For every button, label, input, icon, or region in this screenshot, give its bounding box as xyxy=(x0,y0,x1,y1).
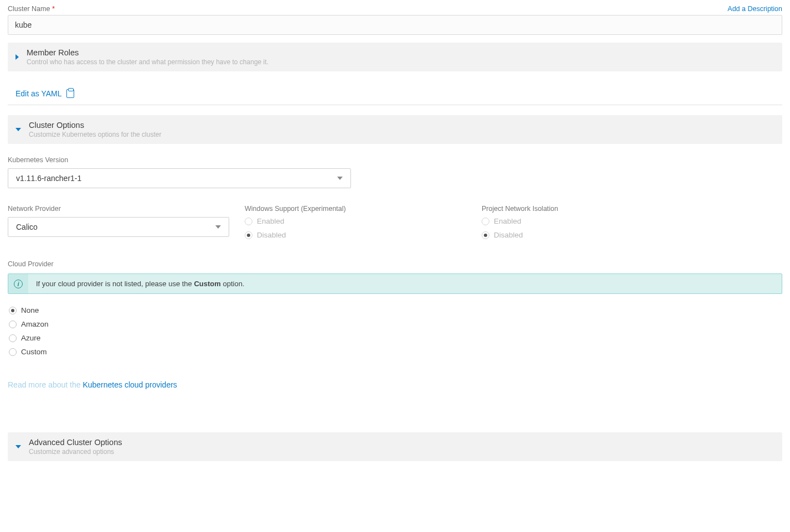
caret-down-icon xyxy=(16,128,21,131)
cloud-custom-radio[interactable]: Custom xyxy=(9,348,782,356)
cloud-azure-radio[interactable]: Azure xyxy=(9,334,782,342)
windows-enabled-label: Enabled xyxy=(257,217,285,225)
required-indicator: * xyxy=(52,4,55,13)
cluster-options-header[interactable]: Cluster Options Customize Kubernetes opt… xyxy=(8,115,782,144)
isolation-enabled-label: Enabled xyxy=(494,217,521,225)
add-description-link[interactable]: Add a Description xyxy=(727,5,782,13)
k8s-version-label: Kubernetes Version xyxy=(8,156,782,164)
radio-icon xyxy=(9,348,17,356)
project-isolation-label: Project Network Isolation xyxy=(482,205,716,213)
radio-icon xyxy=(245,218,252,225)
windows-support-label: Windows Support (Experimental) xyxy=(245,205,479,213)
member-roles-header[interactable]: Member Roles Control who has access to t… xyxy=(8,43,782,71)
windows-disabled-label: Disabled xyxy=(257,231,286,239)
isolation-disabled-label: Disabled xyxy=(494,231,523,239)
k8s-cloud-providers-link[interactable]: Kubernetes cloud providers xyxy=(82,380,177,389)
advanced-options-header[interactable]: Advanced Cluster Options Customize advan… xyxy=(8,432,782,461)
cluster-options-subtitle: Customize Kubernetes options for the clu… xyxy=(29,131,161,138)
chevron-down-icon xyxy=(215,225,221,229)
cloud-amazon-radio[interactable]: Amazon xyxy=(9,320,782,328)
cloud-info-bold: Custom xyxy=(194,280,220,288)
radio-icon xyxy=(482,218,489,225)
cloud-azure-label: Azure xyxy=(21,334,40,342)
network-provider-select[interactable]: Calico xyxy=(8,217,229,237)
read-more-text: Read more about the Kubernetes cloud pro… xyxy=(8,380,782,389)
edit-as-yaml-text: Edit as YAML xyxy=(16,89,62,98)
edit-as-yaml-link[interactable]: Edit as YAML xyxy=(8,81,782,105)
windows-enabled-radio: Enabled xyxy=(245,217,479,225)
radio-icon xyxy=(9,321,17,328)
cloud-provider-label: Cloud Provider xyxy=(8,260,782,268)
k8s-version-value: v1.11.6-rancher1-1 xyxy=(16,174,81,183)
cloud-provider-info-banner: i If your cloud provider is not listed, … xyxy=(8,273,782,294)
cloud-info-prefix: If your cloud provider is not listed, pl… xyxy=(36,280,194,288)
radio-icon xyxy=(9,334,17,342)
caret-down-icon xyxy=(16,445,21,448)
radio-icon xyxy=(9,307,17,314)
radio-icon xyxy=(482,231,489,239)
cluster-name-label: Cluster Name xyxy=(8,5,50,13)
windows-disabled-radio: Disabled xyxy=(245,231,479,239)
clipboard-icon xyxy=(66,89,74,98)
member-roles-title: Member Roles xyxy=(27,48,269,57)
cluster-options-title: Cluster Options xyxy=(29,121,161,130)
cloud-none-radio[interactable]: None xyxy=(9,306,782,314)
caret-right-icon xyxy=(16,54,19,60)
cloud-amazon-label: Amazon xyxy=(21,320,49,328)
cloud-info-suffix: option. xyxy=(221,280,245,288)
network-provider-label: Network Provider xyxy=(8,205,242,213)
chevron-down-icon xyxy=(337,177,343,180)
info-icon: i xyxy=(14,280,23,288)
k8s-version-select[interactable]: v1.11.6-rancher1-1 xyxy=(8,168,351,188)
cloud-none-label: None xyxy=(21,306,39,314)
isolation-enabled-radio: Enabled xyxy=(482,217,716,225)
network-provider-value: Calico xyxy=(16,223,38,231)
radio-icon xyxy=(245,231,252,239)
isolation-disabled-radio: Disabled xyxy=(482,231,716,239)
cloud-custom-label: Custom xyxy=(21,348,47,356)
advanced-options-subtitle: Customize advanced options xyxy=(29,448,122,456)
advanced-options-title: Advanced Cluster Options xyxy=(29,438,122,447)
cluster-name-input[interactable] xyxy=(8,15,782,35)
member-roles-subtitle: Control who has access to the cluster an… xyxy=(27,58,269,66)
